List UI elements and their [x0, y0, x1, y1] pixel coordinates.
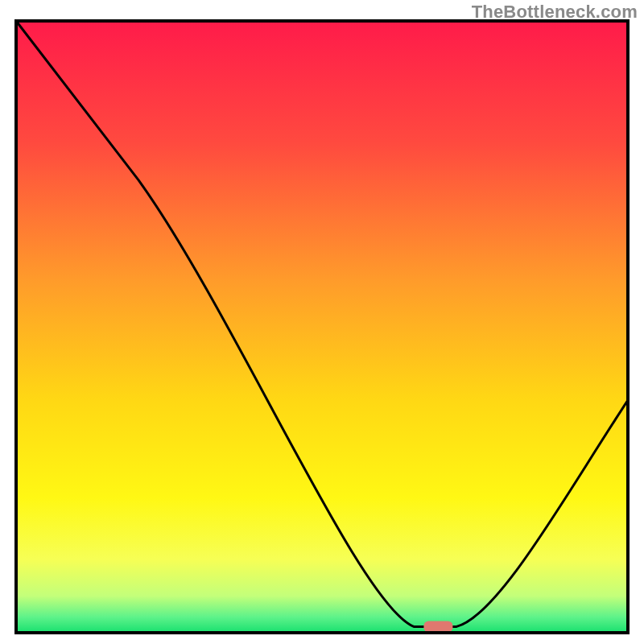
bottleneck-chart-svg: [0, 0, 644, 644]
optimal-marker: [423, 621, 452, 632]
chart-stage: TheBottleneck.com: [0, 0, 644, 644]
watermark-text: TheBottleneck.com: [472, 2, 638, 23]
